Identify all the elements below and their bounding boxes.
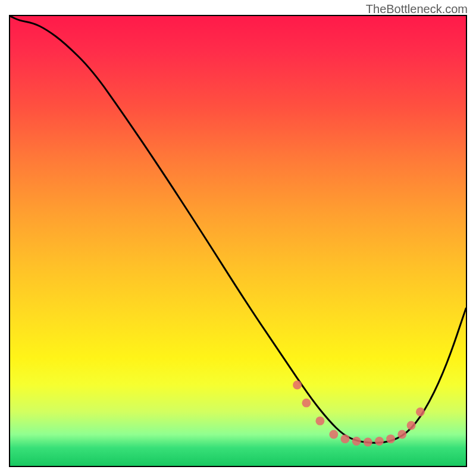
bottleneck-curve xyxy=(10,16,466,443)
marker-dot xyxy=(407,421,416,430)
marker-dot xyxy=(386,434,395,443)
marker-dot xyxy=(302,399,311,408)
marker-dot xyxy=(341,434,350,443)
plot-area xyxy=(9,15,467,467)
marker-dot xyxy=(293,380,302,389)
marker-dot xyxy=(397,430,406,439)
marker-dot xyxy=(329,430,338,439)
curve-svg xyxy=(10,16,466,466)
marker-dot xyxy=(315,416,324,425)
watermark-text: TheBottleneck.com xyxy=(366,2,468,16)
chart-container: TheBottleneck.com xyxy=(0,0,476,476)
marker-dot xyxy=(416,408,425,416)
curve-path-group xyxy=(10,16,466,443)
marker-dot xyxy=(375,437,384,446)
marker-dot xyxy=(364,437,372,446)
marker-dot xyxy=(352,437,361,446)
marker-group xyxy=(293,380,425,446)
